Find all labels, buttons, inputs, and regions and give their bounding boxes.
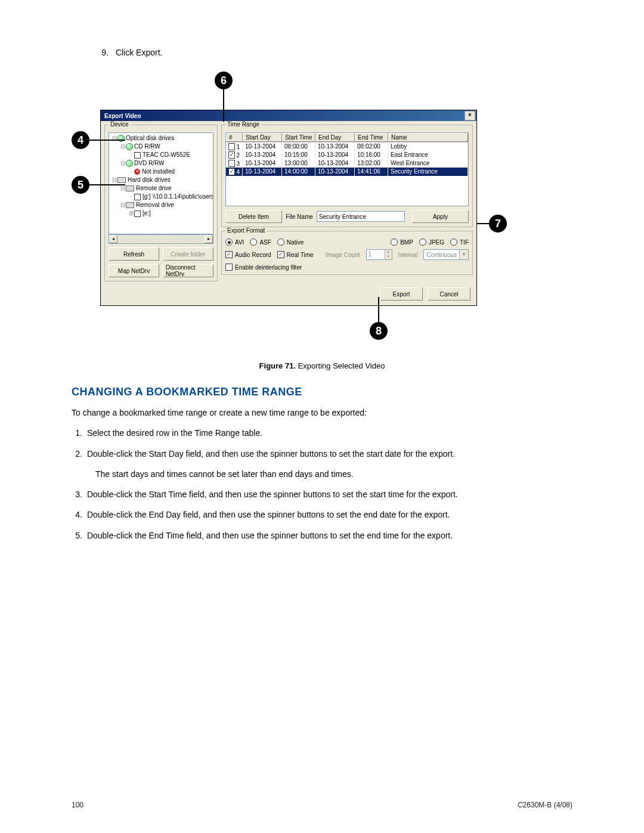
radio-avi[interactable]: AVI: [225, 239, 244, 246]
radio-icon: [250, 239, 257, 246]
tree-removal[interactable]: Removal drive: [136, 202, 174, 208]
table-row[interactable]: 310-13-200413:00:0010-13-200413:02:00Wes…: [226, 159, 468, 168]
radio-native[interactable]: Native: [277, 239, 304, 246]
check-real-time[interactable]: ✓Real Time: [277, 251, 314, 258]
checkbox-icon[interactable]: [228, 160, 235, 167]
col-endtime[interactable]: End Time: [355, 133, 388, 142]
checkbox-icon[interactable]: ✓: [228, 168, 235, 175]
figure-71: 4 5 6 7 8 Export Video × Device ⊟Optical…: [72, 72, 572, 352]
radio-icon: [419, 239, 426, 246]
checkbox-icon: [225, 264, 233, 271]
checkbox-icon: ✓: [277, 251, 284, 258]
intro-para: To change a bookmarked time range or cre…: [72, 407, 572, 419]
step-item: 3. Double-click the Start Time field, an…: [72, 488, 572, 500]
device-legend: Device: [109, 121, 131, 128]
time-range-legend: Time Range: [225, 121, 261, 128]
table-row[interactable]: 110-13-200408:00:0010-13-200408:02:00Lob…: [226, 143, 468, 151]
callout-8: 8: [370, 322, 388, 340]
chevron-down-icon: ▼: [459, 250, 468, 259]
box-icon: [134, 194, 141, 200]
format-row-video: AVIASFNativeBMPJPEGTIF: [225, 239, 469, 246]
check-deinterlace[interactable]: Enable deinterlacing filter: [225, 264, 302, 271]
callout-7-lead: [477, 223, 489, 224]
tree-teac[interactable]: TEAC CD-W552E: [143, 151, 190, 158]
titlebar[interactable]: Export Video ×: [101, 110, 476, 121]
col-name[interactable]: Name: [388, 133, 468, 142]
cancel-button[interactable]: Cancel: [428, 287, 470, 301]
col-endday[interactable]: End Day: [315, 133, 355, 142]
scroll-track[interactable]: [117, 235, 205, 243]
callout-8-lead: [378, 297, 379, 323]
step-9-num: 9.: [95, 48, 109, 57]
export-button[interactable]: Export: [380, 287, 423, 301]
radio-icon: [225, 239, 233, 246]
radio-icon: [450, 239, 457, 246]
close-icon[interactable]: ×: [465, 111, 475, 120]
table-row[interactable]: ✓410-13-200414:00:0010-13-200414:41:06Se…: [226, 168, 468, 176]
refresh-button[interactable]: Refresh: [109, 247, 159, 261]
disconnect-netdrv-button[interactable]: Disconnect NetDrv: [163, 264, 213, 277]
time-range-fieldset: Time Range # Start Day Start Time End Da…: [221, 125, 473, 227]
checkbox-icon: ✓: [225, 251, 233, 258]
tree-hdd[interactable]: Hard disk drives: [128, 176, 171, 183]
map-netdrv-button[interactable]: Map NetDrv: [109, 264, 159, 277]
tree-cdrw[interactable]: CD R/RW: [134, 143, 160, 150]
hdd-icon: [117, 177, 126, 183]
tree-notinst[interactable]: Not installed: [142, 168, 175, 175]
time-range-table[interactable]: # Start Day Start Time End Day End Time …: [225, 132, 469, 206]
scroll-right-icon[interactable]: ▸: [205, 235, 213, 243]
radio-tif[interactable]: TIF: [450, 239, 469, 246]
radio-icon: [277, 239, 284, 246]
callout-7: 7: [489, 215, 507, 233]
radio-bmp[interactable]: BMP: [391, 239, 413, 246]
scroll-left-icon[interactable]: ◂: [109, 235, 117, 243]
callout-4: 4: [72, 131, 89, 149]
section-heading: CHANGING A BOOKMARKED TIME RANGE: [72, 386, 572, 398]
table-row[interactable]: ✓210-13-200410:15:0010-13-200410:16:00Ea…: [226, 151, 468, 159]
col-num[interactable]: #: [226, 133, 243, 142]
error-icon: ✕: [134, 169, 140, 175]
image-count-label: Image Count: [326, 252, 360, 258]
delete-item-button[interactable]: Delete Item: [225, 210, 282, 223]
table-body[interactable]: 110-13-200408:00:0010-13-200408:02:00Lob…: [226, 143, 468, 206]
file-name-label: File Name: [286, 213, 313, 220]
tree-dvdrw[interactable]: DVD R/RW: [134, 160, 164, 166]
tree-optical[interactable]: Optical disk drives: [126, 135, 174, 141]
dialog-title: Export Video: [102, 113, 465, 119]
hdd-icon: [126, 202, 134, 208]
apply-button[interactable]: Apply: [412, 210, 469, 223]
callout-6-lead: [223, 89, 224, 122]
interval-select: Continuous▼: [423, 249, 469, 260]
tree-hscroll[interactable]: ◂ ▸: [109, 234, 213, 244]
tree-g[interactable]: [g:] \\10.0.1.14\public\users: [143, 193, 213, 200]
steps-list: 1. Select the desired row in the Time Ra…: [72, 427, 572, 541]
step-9-text: Click Export.: [116, 48, 163, 57]
create-folder-button: Create folder: [163, 247, 213, 261]
callout-4-lead: [89, 140, 125, 141]
device-tree[interactable]: ⊟Optical disk drives ⊟CD R/RW ·TEAC CD-W…: [109, 132, 213, 234]
callout-5: 5: [72, 176, 89, 194]
step-sub: The start days and times cannot be set l…: [95, 468, 572, 480]
figure-number: Figure 71.: [259, 361, 296, 370]
format-row-opts: ✓Audio Record✓Real TimeImage Count1▲▼Int…: [225, 249, 469, 260]
radio-icon: [391, 239, 398, 246]
tree-e[interactable]: [e:]: [143, 210, 151, 216]
drive-icon: [126, 143, 133, 150]
figure-caption: Figure 71. Exporting Selected Video: [72, 361, 572, 370]
export-video-dialog: Export Video × Device ⊟Optical disk driv…: [100, 110, 477, 306]
check-audio-record[interactable]: ✓Audio Record: [225, 251, 271, 258]
checkbox-icon[interactable]: [228, 143, 235, 150]
format-row-deint: Enable deinterlacing filter: [225, 264, 469, 271]
radio-jpeg[interactable]: JPEG: [419, 239, 444, 246]
interval-label: Interval: [398, 252, 418, 258]
col-startday[interactable]: Start Day: [243, 133, 282, 142]
step-item: 5. Double-click the End Time field, and …: [72, 529, 572, 541]
col-starttime[interactable]: Start Time: [282, 133, 315, 142]
radio-asf[interactable]: ASF: [250, 239, 271, 246]
file-name-field[interactable]: [317, 211, 405, 222]
page-footer: 100 C2630M-B (4/08): [72, 801, 572, 809]
hdd-icon: [126, 185, 134, 191]
step-9: 9. Click Export.: [95, 48, 572, 57]
checkbox-icon[interactable]: ✓: [228, 151, 235, 159]
tree-remote[interactable]: Remote drive: [136, 185, 171, 191]
